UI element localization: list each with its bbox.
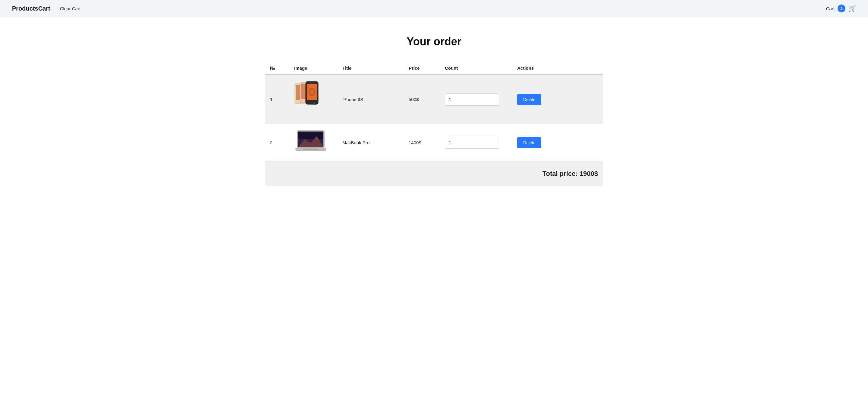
col-header-count: Count (440, 62, 513, 75)
total-row: Total price: 1900$ (265, 161, 603, 187)
col-header-actions: Actions (513, 62, 603, 75)
row-count-cell (440, 75, 513, 124)
total-price: Total price: 1900$ (265, 161, 603, 187)
table-row: 2 MacBook Pro1400$Delete (265, 124, 603, 161)
row-num: 1 (265, 75, 289, 124)
svg-point-9 (310, 89, 314, 95)
table-row: 1 iPhone 6S500$Delete (265, 75, 603, 124)
delete-button[interactable]: Delete (517, 94, 541, 105)
navbar-right: Cart 2 🛒 (826, 4, 856, 12)
main-content: Your order № Image Title Price Count Act… (253, 17, 615, 210)
table-body: 1 iPhone 6S500$Delete2 (265, 75, 603, 186)
col-header-price: Price (404, 62, 440, 75)
brand-logo[interactable]: ProductsCart (12, 5, 50, 12)
svg-point-11 (311, 83, 313, 84)
col-header-title: Title (338, 62, 404, 75)
cart-label: Cart (826, 6, 835, 11)
row-title: iPhone 6S (338, 75, 404, 124)
row-count-cell (440, 124, 513, 161)
row-price: 1400$ (404, 124, 440, 161)
page-title: Your order (265, 35, 603, 48)
order-table: № Image Title Price Count Actions 1 (265, 62, 603, 186)
svg-rect-17 (298, 139, 323, 147)
row-image (289, 124, 338, 161)
count-input[interactable] (445, 137, 499, 149)
navbar: ProductsCart Clear Cart Cart 2 🛒 (0, 0, 868, 17)
row-num: 2 (265, 124, 289, 161)
row-image (289, 75, 338, 124)
iphone-image-icon (294, 81, 327, 117)
delete-button[interactable]: Delete (517, 137, 541, 148)
svg-point-10 (313, 102, 315, 105)
table-header: № Image Title Price Count Actions (265, 62, 603, 75)
macbook-image-icon (294, 130, 327, 154)
cart-count-badge[interactable]: 2 (838, 4, 845, 12)
col-header-image: Image (289, 62, 338, 75)
cart-icon[interactable]: 🛒 (848, 5, 856, 12)
svg-rect-19 (303, 149, 318, 150)
col-header-num: № (265, 62, 289, 75)
row-actions-cell: Delete (513, 124, 603, 161)
row-actions-cell: Delete (513, 75, 603, 124)
clear-cart-button[interactable]: Clear Cart (58, 5, 83, 12)
count-input[interactable] (445, 93, 499, 106)
row-title: MacBook Pro (338, 124, 404, 161)
row-price: 500$ (404, 75, 440, 124)
